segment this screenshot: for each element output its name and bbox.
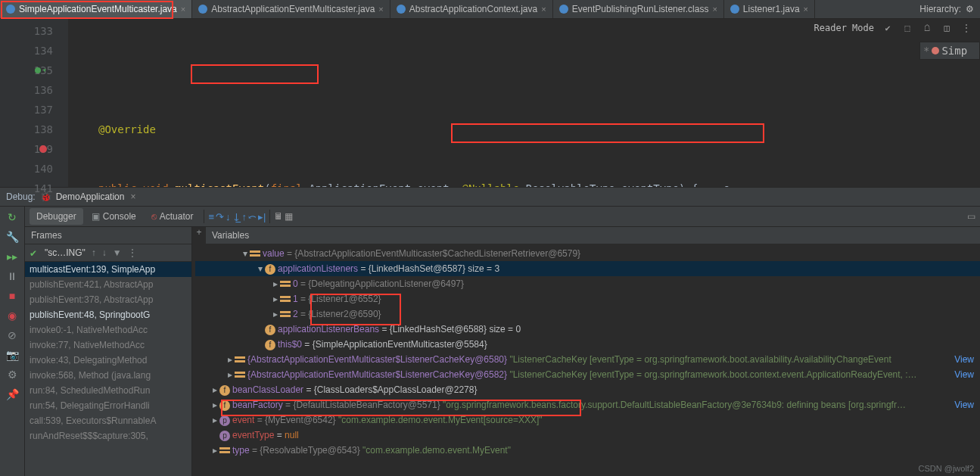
settings-icon[interactable]: ⚙ <box>8 369 17 381</box>
stop-icon[interactable]: ■ <box>9 290 15 302</box>
field-icon: f <box>219 385 230 396</box>
frames-list[interactable]: multicastEvent:139, SimpleApppublishEven… <box>25 262 191 443</box>
tree-toggle-icon[interactable]: ▸ <box>271 306 280 322</box>
pin-icon[interactable]: 📌 <box>6 388 19 400</box>
layout-icon[interactable]: ▭ <box>967 211 975 222</box>
thread-selector[interactable]: "sc…ING" <box>45 247 86 258</box>
step-out-icon[interactable]: ↑ <box>242 211 247 222</box>
stack-frame[interactable]: multicastEvent:139, SimpleApp <box>25 262 191 277</box>
tab-console[interactable]: ▣Console <box>85 208 143 225</box>
variable-node[interactable]: ▸{AbstractApplicationEventMulticaster$Li… <box>195 367 980 382</box>
gutter: ▾ 133134135136137138139140141 <box>0 19 68 187</box>
debug-tabs: Debugger ▣Console ⎋Actuator ≡ ↷ ↓ ↓̲ ↑ ⤺… <box>25 207 980 227</box>
tree-toggle-icon[interactable] <box>210 428 219 443</box>
close-icon[interactable]: × <box>804 5 808 14</box>
rerun-icon[interactable]: ↻ <box>8 211 17 223</box>
tree-toggle-icon[interactable]: ▸ <box>226 352 235 367</box>
variable-node[interactable]: ▸type = {ResolvableType@6543} "com.examp… <box>195 443 980 458</box>
code-area[interactable]: @Override public void multicastEvent(fin… <box>68 19 980 187</box>
filter-icon[interactable]: ▼ <box>113 247 122 258</box>
java-icon <box>6 5 15 14</box>
variable-node[interactable]: ▸1 = {Listener1@6552} <box>195 291 980 306</box>
close-icon[interactable]: × <box>712 5 717 14</box>
gear-icon[interactable]: ⚙ <box>966 4 974 14</box>
stack-frame[interactable]: publishEvent:48, SpringbootG <box>25 307 191 322</box>
tree-toggle-icon[interactable] <box>256 337 265 352</box>
tree-toggle-icon[interactable]: ▸ <box>210 412 219 428</box>
drop-frame-icon[interactable]: ⤺ <box>248 211 257 222</box>
variable-node[interactable]: peventType = null <box>195 428 980 443</box>
tree-toggle-icon[interactable]: ▸ <box>210 443 219 458</box>
variable-node[interactable]: ▸{AbstractApplicationEventMulticaster$Li… <box>195 352 980 367</box>
variable-node[interactable]: ▸2 = {Listener2@6590} <box>195 306 980 322</box>
tree-toggle-icon[interactable]: ▸ <box>210 382 219 397</box>
editor-tab[interactable]: SimpleApplicationEventMulticaster.java× <box>0 0 192 18</box>
prev-frame-icon[interactable]: ↑ <box>92 247 96 258</box>
close-icon[interactable]: × <box>130 191 135 202</box>
stack-frame[interactable]: publishEvent:378, AbstractApp <box>25 292 191 307</box>
close-icon[interactable]: × <box>181 5 185 14</box>
debug-left-toolbar: ↻ 🔧 ▸▸ ⏸ ■ ◉ ⊘ 📷 ⚙ 📌 <box>0 207 25 476</box>
stack-frame[interactable]: runAndReset$$$capture:305, <box>25 428 191 443</box>
tab-debugger[interactable]: Debugger <box>30 208 83 225</box>
variable-node[interactable]: fthis$0 = {SimpleApplicationEventMultica… <box>195 337 980 352</box>
stack-frame[interactable]: publishEvent:421, AbstractApp <box>25 277 191 292</box>
stack-frame[interactable]: invoke:77, NativeMethodAcc <box>25 338 191 353</box>
view-link[interactable]: View <box>954 397 974 412</box>
add-watch-icon[interactable]: + <box>192 227 206 244</box>
close-icon[interactable]: × <box>378 5 383 14</box>
watermark: CSDN @jwolf2 <box>918 464 974 473</box>
step-into-icon[interactable]: ↓ <box>226 211 231 222</box>
tree-toggle-icon[interactable]: ▸ <box>271 291 280 306</box>
variable-node[interactable]: ▸pevent = {MyEvent@6542} "com.example.de… <box>195 412 980 428</box>
camera-icon[interactable]: 📷 <box>6 349 19 361</box>
stack-frame[interactable]: run:84, ScheduledMethodRun <box>25 383 191 398</box>
editor-tab[interactable]: AbstractApplicationEventMulticaster.java… <box>192 0 390 18</box>
variable-node[interactable]: ▾value = {AbstractApplicationEventMultic… <box>195 246 980 261</box>
step-over-icon[interactable]: ↷ <box>216 211 224 222</box>
tree-toggle-icon[interactable] <box>256 322 265 337</box>
variables-tree[interactable]: ▾value = {AbstractApplicationEventMultic… <box>192 244 980 476</box>
wrench-icon[interactable]: 🔧 <box>6 231 19 243</box>
code-editor[interactable]: Reader Mode ✔ ⬚ ☖ ◫ ⋮ * Simp ▾ 133134135… <box>0 19 980 187</box>
view-link[interactable]: View <box>954 352 974 367</box>
pause-icon[interactable]: ⏸ <box>7 270 17 282</box>
variable-node[interactable]: ▸fbeanFactory = {DefaultListableBeanFact… <box>195 397 980 412</box>
tree-toggle-icon[interactable]: ▾ <box>241 246 250 261</box>
resume-icon[interactable]: ▸▸ <box>7 250 17 263</box>
mute-breakpoints-icon[interactable]: ⊘ <box>8 329 17 341</box>
editor-tab[interactable]: EventPublishingRunListener.class× <box>553 0 724 18</box>
stack-frame[interactable]: run:54, DelegatingErrorHandli <box>25 398 191 413</box>
editor-tab[interactable]: AbstractApplicationContext.java× <box>390 0 553 18</box>
tree-toggle-icon[interactable]: ▸ <box>226 367 235 382</box>
variable-node[interactable]: ▸0 = {DelegatingApplicationListener@6497… <box>195 276 980 291</box>
java-icon <box>559 5 568 14</box>
value-icon <box>235 372 245 379</box>
tab-actuator[interactable]: ⎋Actuator <box>145 208 201 225</box>
variable-node[interactable]: ▾fapplicationListeners = {LinkedHashSet@… <box>195 261 980 276</box>
tree-toggle-icon[interactable]: ▸ <box>210 397 219 412</box>
next-frame-icon[interactable]: ↓ <box>102 247 107 258</box>
stack-frame[interactable]: invoke:43, DelegatingMethod <box>25 353 191 368</box>
view-breakpoints-icon[interactable]: ◉ <box>8 310 17 322</box>
close-icon[interactable]: × <box>541 5 546 14</box>
show-exec-point-icon[interactable]: ≡ <box>208 211 214 222</box>
more-icon[interactable]: ⋮ <box>128 247 137 258</box>
run-to-cursor-icon[interactable]: ▸| <box>258 211 266 222</box>
stack-frame[interactable]: call:539, Executors$RunnableA <box>25 413 191 428</box>
view-link[interactable]: View <box>954 367 974 382</box>
variable-node[interactable]: fapplicationListenerBeans = {LinkedHashS… <box>195 322 980 337</box>
debug-config[interactable]: DemoApplication <box>56 191 125 202</box>
tab-label: Listener1.java <box>743 4 800 14</box>
tree-toggle-icon[interactable]: ▸ <box>271 276 280 291</box>
tree-toggle-icon[interactable]: ▾ <box>256 261 265 276</box>
breakpoint-icon[interactable] <box>39 145 47 153</box>
evaluate-icon[interactable]: 🖩 <box>274 211 283 222</box>
variable-node[interactable]: ▸fbeanClassLoader = {ClassLoaders$AppCla… <box>195 382 980 397</box>
hierarchy-label[interactable]: Hierarchy:⚙ <box>913 0 980 18</box>
stack-frame[interactable]: invoke0:-1, NativeMethodAcc <box>25 322 191 338</box>
trace-icon[interactable]: ▦ <box>285 211 293 222</box>
force-step-into-icon[interactable]: ↓̲ <box>232 211 241 222</box>
editor-tab[interactable]: Listener1.java× <box>724 0 815 18</box>
stack-frame[interactable]: invoke:568, Method (java.lang <box>25 368 191 383</box>
